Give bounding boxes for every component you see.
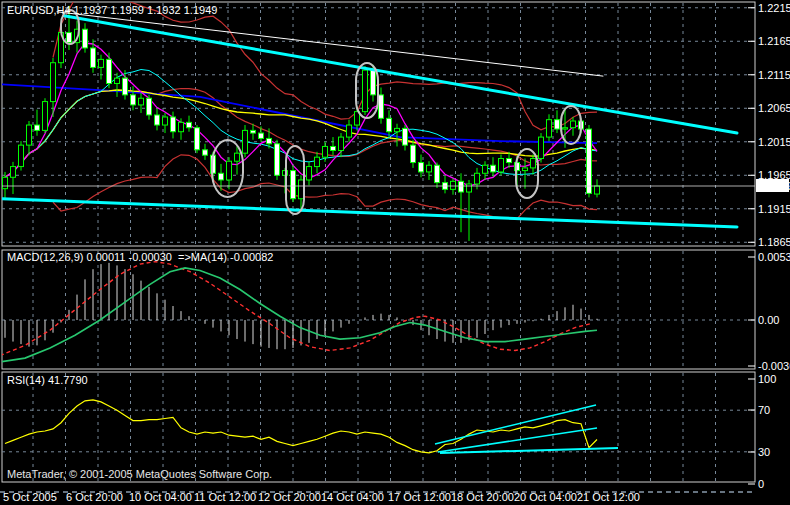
current-price-label: 1.1949: [758, 180, 790, 192]
candle-body: [371, 70, 376, 95]
price-tick-label: 1.1915: [758, 203, 790, 215]
candle-body: [171, 117, 176, 132]
candle-body: [35, 125, 40, 130]
candle-body: [403, 128, 408, 145]
candle-body: [163, 117, 168, 125]
white-descending-trendline[interactable]: [57, 12, 603, 76]
cyan-lower-channel-line[interactable]: [0, 199, 737, 227]
time-tick-label: 14 Oct 04:00: [321, 491, 384, 503]
candle-body: [331, 146, 336, 150]
candle-body: [235, 153, 240, 161]
candle-body: [243, 130, 248, 153]
ma-yellow: [5, 90, 597, 177]
candle-body: [571, 121, 576, 128]
time-tick-label: 17 Oct 12:00: [388, 491, 451, 503]
candle-body: [587, 129, 592, 193]
price-chart-layer[interactable]: [0, 0, 755, 241]
candle-body: [547, 120, 552, 137]
candle-body: [363, 70, 368, 112]
candle-body: [299, 180, 304, 199]
rsi-tick-label: 100: [758, 373, 776, 385]
candle-body: [347, 125, 352, 137]
candle-body: [123, 78, 128, 95]
main-panel-frame: [2, 2, 755, 246]
rsi-layer[interactable]: [5, 400, 618, 453]
candle-body: [475, 173, 480, 184]
candle-body: [115, 78, 120, 83]
candle-body: [3, 177, 8, 188]
candle-body: [51, 63, 56, 102]
time-tick-label: 6 Oct 20:00: [66, 491, 123, 503]
candle-body: [427, 165, 432, 172]
candle-body: [267, 138, 272, 143]
candle-body: [523, 168, 528, 171]
candle-body: [315, 157, 320, 166]
candle-body: [131, 95, 136, 105]
candle-body: [203, 150, 208, 155]
candle-body: [387, 118, 392, 131]
time-axis[interactable]: 5 Oct 20056 Oct 20:0010 Oct 04:0011 Oct …: [0, 491, 756, 503]
candle-body: [323, 146, 328, 157]
candle-body: [539, 137, 544, 158]
candle-body: [19, 145, 24, 166]
candle-body: [595, 186, 600, 194]
candle-body: [11, 167, 16, 178]
time-tick-label: 11 Oct 12:00: [194, 491, 256, 503]
candle-body: [459, 181, 464, 192]
candle-body: [179, 122, 184, 131]
candle-body: [275, 144, 280, 175]
macd-main-line: [0, 268, 597, 362]
rsi-axis[interactable]: 10070300: [748, 373, 776, 490]
candle-body: [339, 137, 344, 150]
candle-body: [99, 59, 104, 67]
candle-body: [451, 181, 456, 189]
rsi-panel-frame: [2, 372, 755, 482]
time-tick-label: 5 Oct 2005: [3, 491, 57, 503]
candle-body: [43, 102, 48, 131]
candle-body: [291, 171, 296, 199]
price-tick-label: 1.2115: [758, 69, 790, 81]
candle-body: [83, 29, 88, 48]
candle-body: [67, 33, 72, 43]
rsi-cyan-trendline-steep[interactable]: [435, 405, 596, 444]
candle-body: [507, 159, 512, 163]
macd-axis[interactable]: 0.00530.00-0.0036: [748, 251, 790, 372]
candle-body: [435, 165, 440, 182]
price-axis[interactable]: 1.22151.21651.21151.20651.20151.19651.19…: [748, 2, 790, 249]
candle-body: [259, 133, 264, 138]
time-tick-label: 12 Oct 20:00: [258, 491, 321, 503]
time-tick-label: 20 Oct 04:00: [514, 491, 577, 503]
candle-body: [491, 165, 496, 172]
candle-body: [27, 125, 32, 145]
candle-body: [155, 115, 160, 125]
time-tick-label: 10 Oct 04:00: [129, 491, 192, 503]
candle-body: [483, 165, 488, 173]
macd-layer[interactable]: [0, 262, 597, 362]
candle-body: [195, 128, 200, 150]
metatrader-chart-window: 1.22151.21651.21151.20651.20151.19651.19…: [0, 0, 790, 505]
candle-body: [307, 167, 312, 180]
candle-body: [555, 120, 560, 129]
candle-body: [219, 173, 224, 180]
candle-body: [107, 59, 112, 83]
candle-body: [499, 159, 504, 172]
time-tick-label: 18 Oct 20:00: [451, 491, 514, 503]
candles-layer: [3, 6, 600, 241]
chart-canvas[interactable]: 1.22151.21651.21151.20651.20151.19651.19…: [0, 0, 790, 505]
rsi-tick-label: 70: [758, 404, 770, 416]
macd-tick-label: -0.0036: [758, 360, 790, 372]
rsi-tick-label: 30: [758, 446, 770, 458]
candle-body: [227, 161, 232, 180]
candle-body: [379, 95, 384, 118]
macd-tick-label: 0.00: [758, 314, 779, 326]
price-tick-label: 1.2015: [758, 136, 790, 148]
rsi-tick-label: 0: [758, 478, 764, 490]
candle-body: [531, 159, 536, 168]
candle-body: [467, 184, 472, 192]
price-tick-label: 1.2165: [758, 35, 790, 47]
candle-body: [187, 122, 192, 127]
macd-tick-label: 0.0053: [758, 251, 790, 263]
candle-body: [91, 48, 96, 67]
candle-body: [411, 145, 416, 162]
price-tick-label: 1.1865: [758, 236, 790, 248]
